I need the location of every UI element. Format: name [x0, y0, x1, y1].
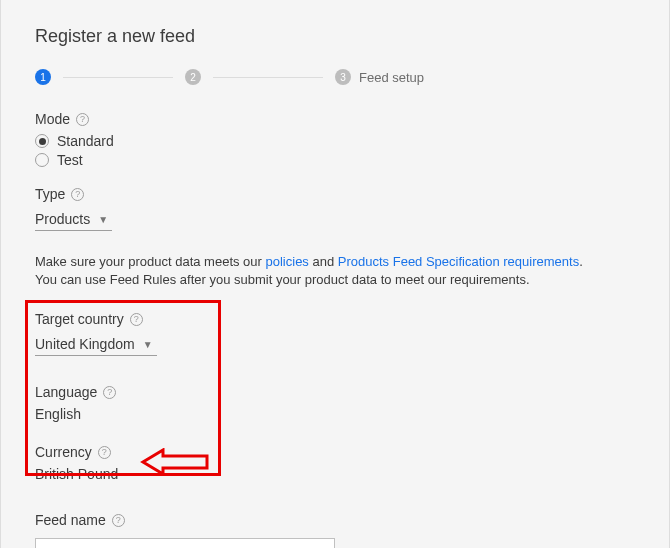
step-2: 2: [185, 69, 201, 85]
spec-link[interactable]: Products Feed Specification requirements: [338, 254, 579, 269]
step-3-label: Feed setup: [359, 70, 424, 85]
type-label-text: Type: [35, 186, 65, 202]
info-dot: .: [579, 254, 583, 269]
step-line: [63, 77, 173, 78]
help-icon[interactable]: ?: [98, 446, 111, 459]
radio-test[interactable]: Test: [35, 152, 635, 168]
country-label: Target country ?: [35, 311, 635, 327]
language-value: English: [35, 406, 635, 422]
type-dropdown[interactable]: Products ▼: [35, 208, 112, 231]
help-icon[interactable]: ?: [103, 386, 116, 399]
mode-label-text: Mode: [35, 111, 70, 127]
info-line2: You can use Feed Rules after you submit …: [35, 272, 530, 287]
info-text: Make sure your product data meets our po…: [1, 253, 669, 289]
policies-link[interactable]: policies: [266, 254, 309, 269]
radio-icon: [35, 134, 49, 148]
help-icon[interactable]: ?: [112, 514, 125, 527]
info-pre: Make sure your product data meets our: [35, 254, 266, 269]
country-value: United Kingdom: [35, 336, 135, 352]
help-icon[interactable]: ?: [76, 113, 89, 126]
type-value: Products: [35, 211, 90, 227]
help-icon[interactable]: ?: [71, 188, 84, 201]
page-title: Register a new feed: [1, 0, 669, 47]
step-1: 1: [35, 69, 51, 85]
radio-icon: [35, 153, 49, 167]
currency-label-text: Currency: [35, 444, 92, 460]
chevron-down-icon: ▼: [98, 214, 108, 225]
currency-section: Currency ? British Pound: [1, 444, 669, 482]
country-label-text: Target country: [35, 311, 124, 327]
country-dropdown[interactable]: United Kingdom ▼: [35, 333, 157, 356]
type-label: Type ?: [35, 186, 635, 202]
stepper: 1 2 3 Feed setup: [1, 47, 669, 85]
radio-test-label: Test: [57, 152, 83, 168]
language-section: Language ? English: [1, 384, 669, 422]
feed-name-label-text: Feed name: [35, 512, 106, 528]
type-section: Type ? Products ▼: [1, 186, 669, 231]
step-line: [213, 77, 323, 78]
mode-label: Mode ?: [35, 111, 635, 127]
info-and: and: [309, 254, 338, 269]
language-label-text: Language: [35, 384, 97, 400]
feed-name-input[interactable]: [35, 538, 335, 548]
radio-standard-label: Standard: [57, 133, 114, 149]
currency-value: British Pound: [35, 466, 635, 482]
step-3: 3 Feed setup: [335, 69, 424, 85]
radio-standard[interactable]: Standard: [35, 133, 635, 149]
mode-section: Mode ? Standard Test: [1, 111, 669, 168]
help-icon[interactable]: ?: [130, 313, 143, 326]
language-label: Language ?: [35, 384, 635, 400]
feed-name-section: Feed name ?: [1, 512, 669, 548]
target-country-section: Target country ? United Kingdom ▼: [1, 311, 669, 356]
chevron-down-icon: ▼: [143, 339, 153, 350]
step-2-circle: 2: [185, 69, 201, 85]
step-3-circle: 3: [335, 69, 351, 85]
step-1-circle: 1: [35, 69, 51, 85]
feed-name-label: Feed name ?: [35, 512, 635, 528]
currency-label: Currency ?: [35, 444, 635, 460]
